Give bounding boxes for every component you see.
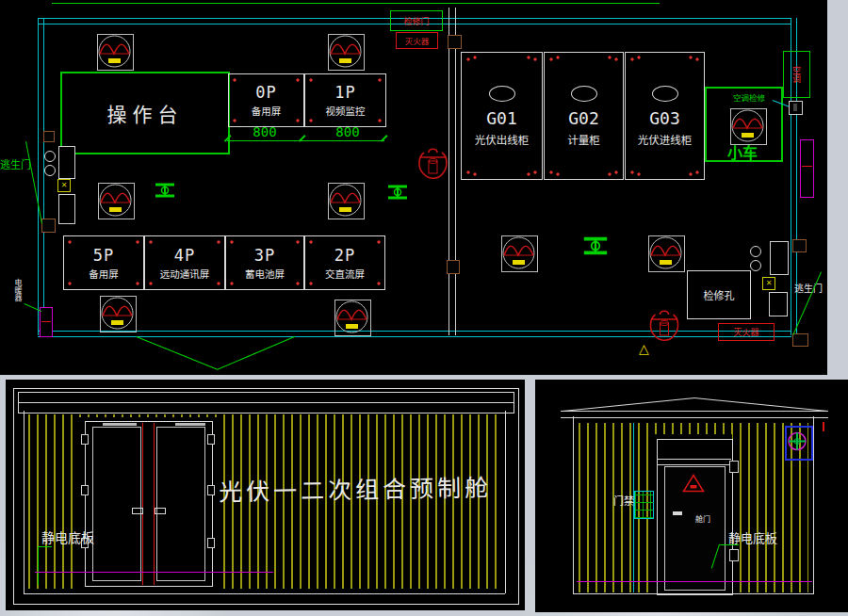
escape-door-left-label: 逃生门 (0, 156, 31, 171)
wall-edge (573, 416, 574, 594)
ceiling-fan-icon (334, 300, 371, 336)
door-hinge (207, 538, 215, 548)
wall-junction (448, 35, 462, 49)
dim-800-right: 800 (317, 124, 379, 139)
sheet-edge-line (52, 3, 660, 4)
wall-left (38, 18, 44, 335)
operator-console: 操作台 (60, 72, 230, 154)
door-swing-bottom (217, 336, 295, 370)
floor-leader-line (720, 544, 739, 545)
light-fixture-icon (385, 184, 410, 204)
ceiling-fan-icon (501, 235, 538, 272)
fire-extinguisher-icon (648, 309, 680, 349)
roof-marker (823, 422, 824, 431)
light-fixture-icon (153, 182, 177, 203)
door-tag (175, 423, 205, 426)
ceiling-fan-icon (97, 34, 134, 71)
ac-unit-box: 空调 (783, 51, 810, 98)
wall-junction (792, 333, 808, 347)
door-handle (132, 508, 143, 514)
socket-icon (750, 246, 761, 257)
front-elevation-panel: 光伏一二次组合预制舱 静电底板 (6, 380, 525, 610)
roof-band (18, 392, 514, 413)
wall-divider (448, 8, 456, 335)
switch-label-box (58, 146, 75, 179)
socket-icon (44, 165, 56, 176)
fire-extinguisher-tag-bottom: 灭火器 (718, 323, 775, 341)
cabin-title: 光伏一二次组合预制舱 (219, 468, 493, 507)
wall-junction (41, 219, 56, 233)
roof-eave-band (561, 411, 828, 418)
ac-socket-box (789, 101, 803, 115)
socket-icon (750, 260, 761, 271)
switch-x-icon: ✕ (57, 179, 71, 192)
door-leaf-left (92, 427, 141, 581)
ceiling-fan-icon (328, 34, 365, 71)
console-label: 操作台 (107, 99, 184, 127)
keypad-icon (634, 491, 654, 519)
floor-plan-panel: 检修门 灭火器 操作台 0P 备用屏 1P 视频监控 800 800 5P 备用… (0, 0, 827, 375)
warning-triangle-icon (682, 474, 705, 496)
escape-door-right-label: 逃生门 (794, 281, 823, 295)
cabinet-vent (652, 86, 678, 102)
light-fixture-icon (580, 235, 611, 260)
floor-leader-line (38, 546, 52, 547)
roof-slope (563, 397, 694, 412)
switch-label-box (770, 241, 789, 275)
door-leaf-right (156, 427, 205, 581)
door-hinge (207, 434, 215, 445)
screen-3p: 3P 蓄电池屏 (225, 235, 304, 290)
door-swing-bottom (137, 336, 218, 369)
door-hinge (729, 461, 739, 473)
ceiling-fan-icon (98, 183, 135, 219)
dimension-line (227, 140, 384, 141)
top-door-label: 检修门 (403, 15, 429, 27)
maintenance-hatch: 检修孔 (687, 270, 751, 319)
cabinet-g01: G01 光伏出线柜 (461, 52, 543, 180)
screen-1p: 1P 视频监控 (304, 73, 386, 127)
door-hinge (81, 485, 89, 495)
door-handle (155, 508, 166, 514)
ceiling-fan-icon (648, 235, 685, 272)
top-door-box: 检修门 (390, 10, 443, 31)
socket-icon (44, 151, 56, 162)
side-door-label: 舱门 (695, 513, 710, 524)
exhaust-fan-icon (785, 426, 813, 461)
door-tag (103, 423, 137, 426)
screen-0p: 0P 备用屏 (228, 73, 304, 127)
ac-unit-label: 空调 (791, 66, 803, 83)
door-hinge (729, 549, 739, 561)
screen-5p: 5P 备用屏 (63, 235, 144, 290)
ceiling-fan-icon (328, 183, 365, 219)
screen-4p: 4P 远动通讯屏 (144, 235, 225, 290)
side-elevation-panel: 舱门 门禁 静电底板 (535, 380, 848, 612)
heater-icon (800, 139, 814, 198)
section-marker-triangle: △ (639, 341, 649, 356)
switch-x-icon: ✕ (762, 277, 775, 290)
trolley-label: 小车 (727, 140, 758, 163)
floor-level-line (577, 581, 812, 582)
cabinet-vent (489, 86, 515, 102)
floor-leader-line (38, 546, 39, 585)
wall-edge (24, 411, 24, 593)
fire-extinguisher-icon (417, 147, 448, 186)
wall-junction (792, 239, 807, 252)
cabinet-g03: G03 光伏进线柜 (625, 52, 705, 180)
wall-junction (43, 131, 55, 142)
wall-edge (505, 411, 506, 593)
switch-label-box (58, 194, 75, 224)
wall-base-line (24, 593, 505, 594)
door-hinge (81, 434, 89, 445)
ceiling-fan-icon (100, 296, 137, 332)
floor-label: 静电底板 (41, 527, 94, 546)
door-transom-line (657, 459, 731, 460)
floor-level-line (35, 572, 273, 573)
wall-edge (813, 416, 814, 594)
fire-extinguisher-tag-top: 灭火器 (396, 32, 438, 49)
dim-800-left: 800 (236, 124, 294, 139)
heater-label: 电暖器 (12, 279, 23, 301)
door-hinge (207, 485, 215, 495)
door-handle (673, 511, 682, 515)
cad-screenshot: 检修门 灭火器 操作台 0P 备用屏 1P 视频监控 800 800 5P 备用… (0, 0, 848, 616)
cabinet-vent (571, 86, 597, 102)
